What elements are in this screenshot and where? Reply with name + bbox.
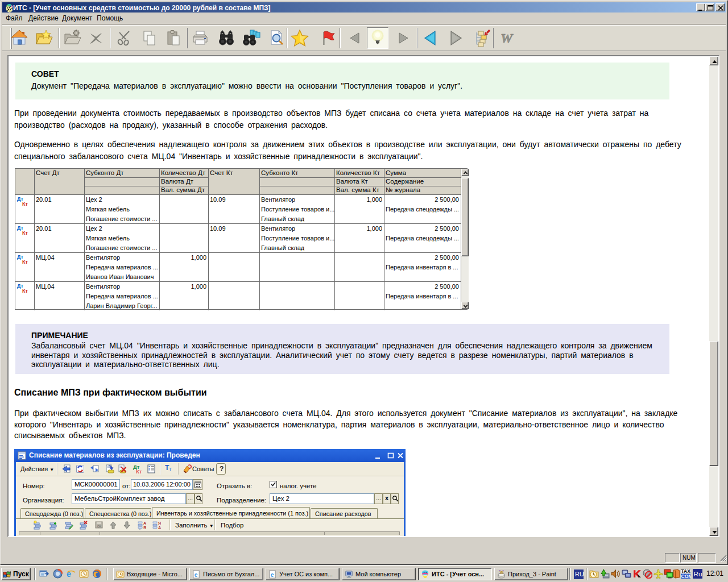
svg-text:Я: Я bbox=[158, 521, 161, 525]
svg-text:А: А bbox=[158, 526, 161, 530]
svg-text:OK: OK bbox=[97, 525, 102, 528]
svg-text:Я: Я bbox=[143, 526, 146, 530]
svg-text:COM: COM bbox=[681, 573, 690, 579]
svg-text:e: e bbox=[271, 572, 274, 578]
svg-text:e: e bbox=[195, 572, 198, 578]
svg-text:Ru: Ru bbox=[694, 570, 702, 577]
svg-text:W: W bbox=[500, 31, 514, 45]
svg-text:А: А bbox=[143, 521, 146, 525]
